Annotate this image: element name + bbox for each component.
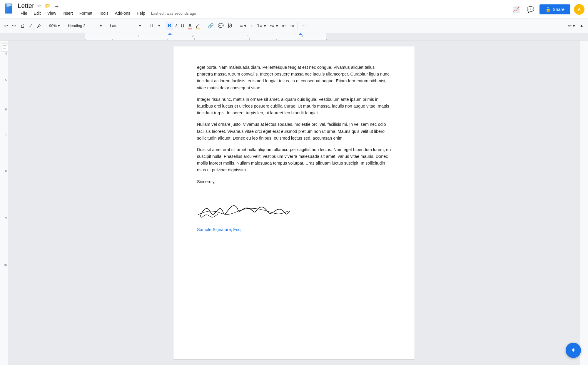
alignment-button[interactable]: ≡ ▾ [238, 21, 248, 30]
paragraph-3: Nullam vel ornare justo. Vivamus at lect… [197, 121, 391, 142]
signature-name: Sample Signature, Esq. [197, 227, 242, 232]
highlight-icon: 🖊 [196, 23, 201, 29]
menu-edit[interactable]: Edit [31, 10, 44, 17]
paragraph-1: eget porta. Nam malesuada diam. Pellente… [197, 64, 391, 91]
page-num-10: 10 [4, 264, 7, 267]
divider-8 [298, 22, 298, 29]
page-num-5: 5 [5, 79, 7, 82]
svg-rect-2 [6, 4, 11, 5]
text-color-icon: A [188, 23, 192, 29]
content-area[interactable]: eget porta. Nam malesuada diam. Pellente… [8, 41, 580, 365]
increase-indent-button[interactable]: ⇥ [288, 21, 296, 30]
svg-text:1: 1 [137, 34, 139, 38]
svg-rect-4 [6, 6, 9, 7]
paragraph-4-text: Duis sit amet erat sit amet nulla aliqua… [197, 147, 391, 173]
outline-icon[interactable] [1, 43, 8, 52]
doc-title[interactable]: Letter [18, 2, 34, 10]
docs-icon [4, 3, 15, 16]
numbered-list-button[interactable]: 1≡ ▾ [255, 21, 268, 30]
font-size-select[interactable]: 11 ▾ [147, 22, 162, 29]
svg-rect-8 [0, 33, 85, 41]
page-num-8: 8 [5, 170, 7, 173]
text-color-bar [188, 29, 192, 29]
italic-button[interactable]: I [174, 22, 178, 30]
avatar: A [574, 4, 584, 15]
right-sidebar [580, 41, 588, 365]
document-area: 4 5 6 7 8 9 10 eget porta. Nam malesuada… [0, 41, 588, 365]
paragraph-1-text: eget porta. Nam malesuada diam. Pellente… [197, 65, 390, 90]
highlight-bar [196, 29, 200, 29]
highlight-button[interactable]: 🖊 [194, 22, 202, 30]
underline-icon: U [181, 23, 184, 29]
heading-select[interactable]: Heading 2 ▾ [66, 22, 104, 29]
expand-toolbar-button[interactable]: ▲ [577, 22, 586, 30]
heading-chevron: ▾ [100, 24, 102, 28]
print-button[interactable]: 🖨 [18, 22, 26, 30]
document-page: eget porta. Nam malesuada diam. Pellente… [173, 46, 415, 359]
menu-file[interactable]: File [18, 10, 30, 17]
underline-button[interactable]: U [179, 22, 186, 30]
cloud-icon[interactable]: ☁ [53, 2, 60, 10]
text-cursor [242, 227, 242, 232]
bold-icon: B [168, 23, 171, 29]
menu-tools[interactable]: Tools [96, 10, 111, 17]
paragraph-2: Integer risus nunc, mattis in ornare sit… [197, 96, 391, 117]
star-icon[interactable]: ☆ [36, 2, 42, 10]
svg-rect-27 [3, 47, 6, 47]
spellcheck-button[interactable]: ✓ [27, 21, 34, 30]
share-button[interactable]: 🔒 Share [539, 4, 570, 14]
paragraph-3-text: Nullam vel ornare justo. Vivamus at lect… [197, 122, 386, 140]
divider-6 [204, 22, 204, 29]
comment-button[interactable]: 💬 [216, 21, 225, 30]
svg-rect-3 [6, 5, 11, 6]
menu-insert[interactable]: Insert [60, 10, 76, 17]
signature-name-area: Sample Signature, Esq. [197, 226, 391, 233]
image-button[interactable]: 🖼 [226, 22, 234, 30]
share-label: Share [553, 7, 564, 12]
bullet-list-button[interactable]: •≡ ▾ [268, 21, 280, 30]
comments-icon[interactable]: 💬 [525, 4, 536, 15]
paint-format-button[interactable]: 🖌 [35, 22, 43, 30]
menu-view[interactable]: View [44, 10, 59, 17]
svg-text:3: 3 [247, 34, 248, 38]
left-margin: 4 5 6 7 8 9 10 [0, 41, 8, 365]
menu-addons[interactable]: Add-ons [112, 10, 133, 17]
move-icon[interactable]: 📁 [44, 2, 52, 10]
text-color-button[interactable]: A [187, 22, 194, 30]
font-size-chevron: ▾ [158, 24, 160, 28]
zoom-chevron: ▾ [58, 24, 60, 28]
zoom-value: 90% [49, 24, 57, 28]
suggest-edits-button[interactable]: ✏ ▾ [566, 21, 577, 30]
sincerely-text: Sincerely, [197, 178, 391, 185]
ruler-svg: 1 2 3 4 [0, 33, 588, 41]
link-button[interactable]: 🔗 [206, 21, 216, 30]
menu-format[interactable]: Format [76, 10, 95, 17]
signature-area [197, 197, 391, 223]
font-select[interactable]: Lato ▾ [108, 22, 143, 29]
page-num-4: 4 [5, 52, 7, 55]
paragraph-4: Duis sit amet erat sit amet nulla aliqua… [197, 146, 391, 174]
divider-3 [106, 22, 106, 29]
menu-help[interactable]: Help [134, 10, 148, 17]
divider-4 [145, 22, 145, 29]
activity-icon[interactable]: 📈 [511, 4, 522, 15]
svg-rect-26 [3, 46, 6, 46]
toolbar: ↩ ↪ 🖨 ✓ 🖌 90% ▾ Heading 2 ▾ Lato ▾ 11 ▾ … [0, 19, 588, 33]
page-num-7: 7 [5, 135, 7, 138]
decrease-indent-button[interactable]: ⇤ [280, 21, 288, 30]
bold-button[interactable]: B [166, 22, 173, 30]
redo-button[interactable]: ↪ [10, 21, 18, 30]
gemini-button[interactable]: ✦ [566, 343, 581, 358]
ruler: 1 2 3 4 [0, 33, 588, 41]
gemini-icon: ✦ [571, 346, 576, 354]
svg-rect-28 [3, 48, 6, 48]
more-options-button[interactable]: ⋯ [300, 21, 308, 30]
svg-text:2: 2 [192, 34, 194, 38]
line-spacing-button[interactable]: ↕ [249, 22, 255, 30]
undo-button[interactable]: ↩ [2, 21, 10, 30]
zoom-select[interactable]: 90% ▾ [47, 22, 62, 29]
doc-content[interactable]: eget porta. Nam malesuada diam. Pellente… [197, 64, 391, 233]
title-area: Letter ☆ 📁 ☁ File Edit View Insert Forma… [18, 2, 508, 17]
page-num-9: 9 [5, 217, 7, 220]
last-edit: Last edit was seconds ago [151, 11, 196, 16]
